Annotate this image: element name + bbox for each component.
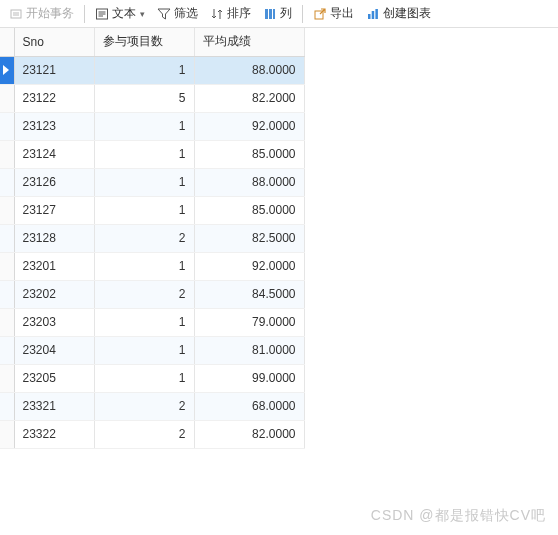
cell-count[interactable]: 2 [94,420,194,448]
columns-button[interactable]: 列 [258,3,297,24]
svg-rect-8 [269,9,272,19]
cell-sno[interactable]: 23121 [14,56,94,84]
export-icon [313,7,327,21]
cell-avg[interactable]: 81.0000 [194,336,304,364]
cell-count[interactable]: 1 [94,308,194,336]
svg-rect-12 [372,11,375,19]
cell-sno[interactable]: 23205 [14,364,94,392]
col-avg[interactable]: 平均成绩 [194,28,304,56]
svg-rect-7 [265,9,268,19]
text-button[interactable]: 文本 ▾ [90,3,150,24]
dropdown-icon: ▾ [140,9,145,19]
row-gutter[interactable] [0,84,14,112]
col-count[interactable]: 参与项目数 [94,28,194,56]
table-row[interactable]: 23322282.0000 [0,420,304,448]
cell-avg[interactable]: 88.0000 [194,56,304,84]
header-row: Sno 参与项目数 平均成绩 [0,28,304,56]
cell-avg[interactable]: 79.0000 [194,308,304,336]
filter-label: 筛选 [174,5,198,22]
cell-sno[interactable]: 23127 [14,196,94,224]
cell-sno[interactable]: 23124 [14,140,94,168]
columns-icon [263,7,277,21]
chart-icon [366,7,380,21]
cell-avg[interactable]: 99.0000 [194,364,304,392]
data-grid[interactable]: Sno 参与项目数 平均成绩 23121188.000023122582.200… [0,28,305,449]
table-row[interactable]: 23203179.0000 [0,308,304,336]
row-gutter[interactable] [0,252,14,280]
cell-sno[interactable]: 23201 [14,252,94,280]
cell-sno[interactable]: 23202 [14,280,94,308]
cell-count[interactable]: 1 [94,140,194,168]
separator [84,5,85,23]
text-icon [95,7,109,21]
cell-count[interactable]: 1 [94,56,194,84]
row-gutter[interactable] [0,196,14,224]
row-gutter[interactable] [0,420,14,448]
cell-avg[interactable]: 82.5000 [194,224,304,252]
cell-count[interactable]: 1 [94,112,194,140]
row-gutter[interactable] [0,224,14,252]
transaction-icon [9,7,23,21]
table-row[interactable]: 23127185.0000 [0,196,304,224]
table-row[interactable]: 23202284.5000 [0,280,304,308]
col-sno[interactable]: Sno [14,28,94,56]
export-button[interactable]: 导出 [308,3,359,24]
columns-label: 列 [280,5,292,22]
table-row[interactable]: 23121188.0000 [0,56,304,84]
cell-avg[interactable]: 82.0000 [194,420,304,448]
cell-count[interactable]: 2 [94,280,194,308]
cell-avg[interactable]: 88.0000 [194,168,304,196]
row-gutter[interactable] [0,336,14,364]
table-row[interactable]: 23205199.0000 [0,364,304,392]
row-gutter[interactable] [0,112,14,140]
cell-avg[interactable]: 68.0000 [194,392,304,420]
row-gutter[interactable] [0,280,14,308]
row-gutter[interactable] [0,308,14,336]
table-row[interactable]: 23204181.0000 [0,336,304,364]
cell-sno[interactable]: 23126 [14,168,94,196]
cell-sno[interactable]: 23128 [14,224,94,252]
cell-avg[interactable]: 82.2000 [194,84,304,112]
sort-button[interactable]: 排序 [205,3,256,24]
gutter-header [0,28,14,56]
cell-count[interactable]: 1 [94,196,194,224]
cell-sno[interactable]: 23203 [14,308,94,336]
table-row[interactable]: 23124185.0000 [0,140,304,168]
table-row[interactable]: 23128282.5000 [0,224,304,252]
cell-sno[interactable]: 23322 [14,420,94,448]
cell-avg[interactable]: 92.0000 [194,112,304,140]
table-row[interactable]: 23321268.0000 [0,392,304,420]
table-row[interactable]: 23126188.0000 [0,168,304,196]
cell-count[interactable]: 1 [94,252,194,280]
cell-sno[interactable]: 23122 [14,84,94,112]
sort-label: 排序 [227,5,251,22]
cell-sno[interactable]: 23321 [14,392,94,420]
row-gutter[interactable] [0,140,14,168]
row-gutter[interactable] [0,392,14,420]
table-row[interactable]: 23201192.0000 [0,252,304,280]
cell-avg[interactable]: 85.0000 [194,140,304,168]
separator [302,5,303,23]
cell-count[interactable]: 1 [94,168,194,196]
svg-rect-11 [368,14,371,19]
row-gutter[interactable] [0,364,14,392]
svg-rect-13 [375,9,378,19]
cell-sno[interactable]: 23123 [14,112,94,140]
cell-count[interactable]: 2 [94,392,194,420]
cell-sno[interactable]: 23204 [14,336,94,364]
table-row[interactable]: 23123192.0000 [0,112,304,140]
cell-count[interactable]: 5 [94,84,194,112]
cell-count[interactable]: 1 [94,336,194,364]
filter-button[interactable]: 筛选 [152,3,203,24]
text-label: 文本 [112,5,136,22]
create-chart-button[interactable]: 创建图表 [361,3,436,24]
cell-avg[interactable]: 85.0000 [194,196,304,224]
row-gutter[interactable] [0,56,14,84]
begin-transaction-button: 开始事务 [4,3,79,24]
table-row[interactable]: 23122582.2000 [0,84,304,112]
cell-avg[interactable]: 84.5000 [194,280,304,308]
cell-count[interactable]: 1 [94,364,194,392]
row-gutter[interactable] [0,168,14,196]
cell-count[interactable]: 2 [94,224,194,252]
cell-avg[interactable]: 92.0000 [194,252,304,280]
